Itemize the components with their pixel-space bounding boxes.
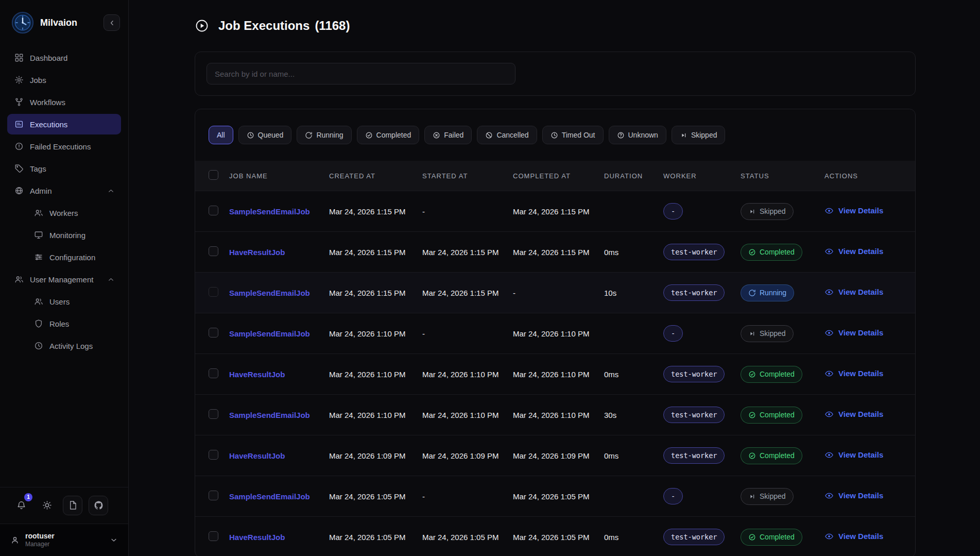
filter-all[interactable]: All	[209, 126, 233, 144]
theme-button[interactable]	[37, 496, 57, 515]
docs-button[interactable]	[63, 496, 82, 515]
duration-cell: 10s	[604, 289, 663, 297]
status-label: Completed	[760, 533, 795, 541]
status-badge: Skipped	[741, 488, 794, 505]
view-details-link[interactable]: View Details	[824, 450, 883, 460]
sidebar-item-configuration[interactable]: Configuration	[7, 247, 121, 267]
filter-completed[interactable]: Completed	[357, 126, 420, 144]
job-name-link[interactable]: SampleSendEmailJob	[229, 492, 310, 501]
job-name-link[interactable]: HaveResultJob	[229, 533, 285, 542]
filter-cancelled[interactable]: Cancelled	[477, 126, 537, 144]
job-name-link[interactable]: HaveResultJob	[229, 451, 285, 460]
created-at-cell: Mar 24, 2026 1:10 PM	[329, 329, 422, 338]
status-filter-bar: AllQueuedRunningCompletedFailedCancelled…	[195, 109, 915, 161]
sidebar-item-label: Roles	[49, 319, 115, 328]
job-name-link[interactable]: SampleSendEmailJob	[229, 289, 310, 297]
view-details-link[interactable]: View Details	[824, 328, 883, 338]
table-row: HaveResultJobMar 24, 2026 1:10 PMMar 24,…	[195, 353, 915, 394]
row-checkbox[interactable]	[209, 491, 218, 500]
view-details-link[interactable]: View Details	[824, 491, 883, 500]
user-menu[interactable]: rootuser Manager	[0, 524, 128, 556]
sidebar-item-jobs[interactable]: Jobs	[7, 70, 121, 90]
worker-badge: test-worker	[663, 447, 725, 464]
filter-label: Completed	[376, 131, 411, 139]
created-at-cell: Mar 24, 2026 1:15 PM	[329, 289, 422, 297]
job-name-link[interactable]: HaveResultJob	[229, 248, 285, 257]
sidebar-item-user-management[interactable]: User Management	[7, 269, 121, 290]
view-details-link[interactable]: View Details	[824, 288, 883, 297]
sidebar-item-label: Workflows	[30, 98, 115, 107]
sidebar-item-roles[interactable]: Roles	[7, 313, 121, 334]
select-all-checkbox[interactable]	[209, 170, 218, 180]
filter-unknown[interactable]: Unknown	[609, 126, 666, 144]
view-details-link[interactable]: View Details	[824, 206, 883, 215]
check-circle-icon	[748, 411, 756, 419]
view-details-link[interactable]: View Details	[824, 532, 883, 541]
table-row: HaveResultJobMar 24, 2026 1:05 PMMar 24,…	[195, 516, 915, 556]
refresh-icon	[748, 289, 756, 297]
sidebar-item-executions[interactable]: Executions	[7, 114, 121, 134]
job-name-link[interactable]: SampleSendEmailJob	[229, 329, 310, 338]
row-checkbox[interactable]	[209, 206, 218, 215]
filter-failed[interactable]: Failed	[424, 126, 472, 144]
bell-icon	[16, 500, 26, 510]
column-header: STARTED AT	[422, 172, 513, 180]
job-name-link[interactable]: SampleSendEmailJob	[229, 411, 310, 419]
row-checkbox[interactable]	[209, 409, 218, 419]
search-input[interactable]	[207, 63, 515, 85]
completed-at-cell: Mar 24, 2026 1:15 PM	[513, 207, 604, 216]
started-at-cell: Mar 24, 2026 1:10 PM	[422, 370, 513, 379]
row-checkbox[interactable]	[209, 450, 218, 460]
table-row: HaveResultJobMar 24, 2026 1:09 PMMar 24,…	[195, 435, 915, 476]
view-details-link[interactable]: View Details	[824, 410, 883, 419]
sidebar-item-users[interactable]: Users	[7, 291, 121, 312]
filter-running[interactable]: Running	[297, 126, 351, 144]
table-row: HaveResultJobMar 24, 2026 1:15 PMMar 24,…	[195, 231, 915, 272]
sidebar-collapse-button[interactable]	[104, 14, 120, 31]
worker-badge: test-worker	[663, 529, 725, 545]
filter-queued[interactable]: Queued	[238, 126, 292, 144]
sidebar-item-failed-executions[interactable]: Failed Executions	[7, 136, 121, 157]
notification-badge: 1	[24, 493, 32, 501]
sidebar-item-dashboard[interactable]: Dashboard	[7, 47, 121, 68]
sidebar-item-activity-logs[interactable]: Activity Logs	[7, 335, 121, 356]
filter-timed-out[interactable]: Timed Out	[542, 126, 604, 144]
table-header: JOB NAMECREATED ATSTARTED ATCOMPLETED AT…	[195, 161, 915, 191]
row-checkbox[interactable]	[209, 287, 218, 297]
filter-skipped[interactable]: Skipped	[672, 126, 726, 144]
created-at-cell: Mar 24, 2026 1:15 PM	[329, 248, 422, 257]
row-checkbox[interactable]	[209, 328, 218, 338]
view-details-link[interactable]: View Details	[824, 369, 883, 378]
view-details-link[interactable]: View Details	[824, 247, 883, 256]
milvaion-logo	[11, 11, 34, 34]
row-checkbox[interactable]	[209, 368, 218, 378]
sidebar-item-tags[interactable]: Tags	[7, 158, 121, 179]
completed-at-cell: -	[513, 289, 604, 297]
users-icon	[34, 297, 43, 306]
row-checkbox[interactable]	[209, 531, 218, 541]
job-name-link[interactable]: HaveResultJob	[229, 370, 285, 379]
sidebar-item-workflows[interactable]: Workflows	[7, 92, 121, 112]
view-details-label: View Details	[838, 328, 883, 337]
column-header: JOB NAME	[229, 172, 329, 180]
user-info: rootuser Manager	[25, 532, 104, 549]
refresh-icon	[305, 131, 313, 139]
created-at-cell: Mar 24, 2026 1:10 PM	[329, 411, 422, 419]
sidebar-item-admin[interactable]: Admin	[7, 180, 121, 201]
view-details-label: View Details	[838, 288, 883, 296]
brand: Milvaion	[0, 0, 128, 43]
status-label: Running	[760, 289, 786, 297]
worker-badge: test-worker	[663, 366, 725, 382]
skip-icon	[748, 493, 756, 500]
sun-icon	[42, 500, 52, 510]
job-name-link[interactable]: SampleSendEmailJob	[229, 207, 310, 216]
status-label: Completed	[760, 411, 795, 419]
user-avatar-icon	[10, 535, 20, 545]
eye-icon	[824, 247, 834, 256]
github-button[interactable]	[89, 496, 108, 515]
chevron-up-icon	[107, 187, 115, 195]
notifications-button[interactable]: 1	[11, 496, 31, 515]
sidebar-item-workers[interactable]: Workers	[7, 203, 121, 223]
row-checkbox[interactable]	[209, 246, 218, 256]
sidebar-item-monitoring[interactable]: Monitoring	[7, 225, 121, 245]
